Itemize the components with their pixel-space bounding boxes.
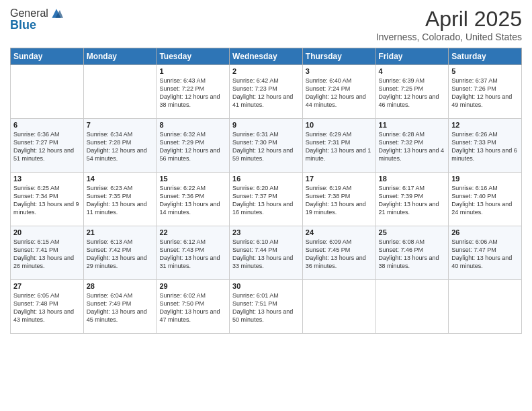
- subtitle: Inverness, Colorado, United States: [376, 32, 522, 42]
- day-info: Sunrise: 6:02 AM Sunset: 7:50 PM Dayligh…: [159, 291, 226, 324]
- calendar-cell: 4Sunrise: 6:39 AM Sunset: 7:25 PM Daylig…: [375, 65, 449, 119]
- day-number: 17: [306, 175, 373, 183]
- calendar-cell: 2Sunrise: 6:42 AM Sunset: 7:23 PM Daylig…: [230, 65, 303, 119]
- day-info: Sunrise: 6:20 AM Sunset: 7:37 PM Dayligh…: [232, 184, 300, 217]
- calendar-cell: [302, 280, 375, 334]
- day-info: Sunrise: 6:34 AM Sunset: 7:28 PM Dayligh…: [87, 130, 154, 163]
- day-info: Sunrise: 6:37 AM Sunset: 7:26 PM Dayligh…: [451, 77, 519, 109]
- day-header-sunday: Sunday: [11, 48, 84, 65]
- calendar-cell: 19Sunrise: 6:16 AM Sunset: 7:40 PM Dayli…: [449, 173, 522, 226]
- calendar-cell: 13Sunrise: 6:25 AM Sunset: 7:34 PM Dayli…: [11, 173, 84, 226]
- calendar-cell: 9Sunrise: 6:31 AM Sunset: 7:30 PM Daylig…: [230, 119, 303, 173]
- day-number: 30: [232, 282, 300, 290]
- calendar-cell: 3Sunrise: 6:40 AM Sunset: 7:24 PM Daylig…: [302, 65, 375, 119]
- day-info: Sunrise: 6:12 AM Sunset: 7:43 PM Dayligh…: [159, 238, 226, 271]
- calendar-cell: [11, 65, 84, 119]
- day-number: 6: [13, 121, 81, 129]
- calendar-cell: 22Sunrise: 6:12 AM Sunset: 7:43 PM Dayli…: [157, 226, 230, 280]
- day-info: Sunrise: 6:43 AM Sunset: 7:22 PM Dayligh…: [159, 77, 226, 109]
- calendar-cell: 16Sunrise: 6:20 AM Sunset: 7:37 PM Dayli…: [230, 173, 303, 226]
- day-headers-row: SundayMondayTuesdayWednesdayThursdayFrid…: [11, 48, 522, 65]
- day-info: Sunrise: 6:31 AM Sunset: 7:30 PM Dayligh…: [232, 130, 300, 163]
- day-info: Sunrise: 6:19 AM Sunset: 7:38 PM Dayligh…: [306, 184, 373, 217]
- day-header-wednesday: Wednesday: [230, 48, 303, 65]
- day-number: 10: [306, 121, 373, 129]
- title-block: April 2025 Inverness, Colorado, United S…: [376, 7, 522, 42]
- day-info: Sunrise: 6:16 AM Sunset: 7:40 PM Dayligh…: [451, 184, 519, 217]
- calendar-cell: 21Sunrise: 6:13 AM Sunset: 7:42 PM Dayli…: [83, 226, 157, 280]
- page: General Blue April 2025 Inverness, Color…: [0, 0, 532, 411]
- day-number: 4: [379, 67, 446, 75]
- day-number: 26: [451, 228, 519, 236]
- day-number: 3: [306, 67, 373, 75]
- day-number: 23: [232, 228, 300, 236]
- day-number: 11: [379, 121, 446, 129]
- day-number: 16: [232, 175, 300, 183]
- calendar-cell: 14Sunrise: 6:23 AM Sunset: 7:35 PM Dayli…: [83, 173, 157, 226]
- day-number: 28: [87, 282, 154, 290]
- day-number: 19: [451, 175, 519, 183]
- day-number: 2: [232, 67, 300, 75]
- day-number: 12: [451, 121, 519, 129]
- logo-blue-text: Blue: [10, 18, 63, 32]
- calendar-cell: 17Sunrise: 6:19 AM Sunset: 7:38 PM Dayli…: [302, 173, 375, 226]
- day-number: 27: [13, 282, 81, 290]
- day-header-monday: Monday: [83, 48, 157, 65]
- calendar: SundayMondayTuesdayWednesdayThursdayFrid…: [10, 48, 522, 334]
- calendar-cell: [375, 280, 449, 334]
- day-info: Sunrise: 6:09 AM Sunset: 7:45 PM Dayligh…: [306, 238, 373, 271]
- day-number: 24: [306, 228, 373, 236]
- day-header-saturday: Saturday: [449, 48, 522, 65]
- calendar-week-5: 27Sunrise: 6:05 AM Sunset: 7:48 PM Dayli…: [11, 280, 522, 334]
- calendar-week-1: 1Sunrise: 6:43 AM Sunset: 7:22 PM Daylig…: [11, 65, 522, 119]
- calendar-header: SundayMondayTuesdayWednesdayThursdayFrid…: [11, 48, 522, 65]
- day-number: 14: [87, 175, 154, 183]
- day-info: Sunrise: 6:15 AM Sunset: 7:41 PM Dayligh…: [13, 238, 81, 271]
- day-number: 5: [451, 67, 519, 75]
- day-header-tuesday: Tuesday: [157, 48, 230, 65]
- calendar-cell: 18Sunrise: 6:17 AM Sunset: 7:39 PM Dayli…: [375, 173, 449, 226]
- day-info: Sunrise: 6:32 AM Sunset: 7:29 PM Dayligh…: [159, 130, 226, 163]
- logo: General Blue: [10, 7, 63, 32]
- day-info: Sunrise: 6:42 AM Sunset: 7:23 PM Dayligh…: [232, 77, 300, 109]
- day-info: Sunrise: 6:36 AM Sunset: 7:27 PM Dayligh…: [13, 130, 81, 163]
- day-info: Sunrise: 6:17 AM Sunset: 7:39 PM Dayligh…: [379, 184, 446, 217]
- day-info: Sunrise: 6:01 AM Sunset: 7:51 PM Dayligh…: [232, 291, 300, 324]
- calendar-cell: 12Sunrise: 6:26 AM Sunset: 7:33 PM Dayli…: [449, 119, 522, 173]
- day-info: Sunrise: 6:25 AM Sunset: 7:34 PM Dayligh…: [13, 184, 81, 217]
- day-info: Sunrise: 6:26 AM Sunset: 7:33 PM Dayligh…: [451, 130, 519, 163]
- calendar-week-2: 6Sunrise: 6:36 AM Sunset: 7:27 PM Daylig…: [11, 119, 522, 173]
- day-number: 29: [159, 282, 226, 290]
- day-header-friday: Friday: [375, 48, 449, 65]
- day-number: 22: [159, 228, 226, 236]
- day-info: Sunrise: 6:13 AM Sunset: 7:42 PM Dayligh…: [87, 238, 154, 271]
- calendar-cell: 30Sunrise: 6:01 AM Sunset: 7:51 PM Dayli…: [230, 280, 303, 334]
- calendar-cell: 25Sunrise: 6:08 AM Sunset: 7:46 PM Dayli…: [375, 226, 449, 280]
- day-info: Sunrise: 6:23 AM Sunset: 7:35 PM Dayligh…: [87, 184, 154, 217]
- logo-icon: [50, 7, 63, 20]
- day-number: 20: [13, 228, 81, 236]
- day-info: Sunrise: 6:28 AM Sunset: 7:32 PM Dayligh…: [379, 130, 446, 163]
- month-title: April 2025: [376, 7, 522, 32]
- day-info: Sunrise: 6:22 AM Sunset: 7:36 PM Dayligh…: [159, 184, 226, 217]
- day-info: Sunrise: 6:08 AM Sunset: 7:46 PM Dayligh…: [379, 238, 446, 271]
- calendar-cell: 27Sunrise: 6:05 AM Sunset: 7:48 PM Dayli…: [11, 280, 84, 334]
- day-number: 9: [232, 121, 300, 129]
- day-number: 1: [159, 67, 226, 75]
- day-number: 8: [159, 121, 226, 129]
- calendar-cell: [83, 65, 157, 119]
- day-info: Sunrise: 6:39 AM Sunset: 7:25 PM Dayligh…: [379, 77, 446, 109]
- day-info: Sunrise: 6:29 AM Sunset: 7:31 PM Dayligh…: [306, 130, 373, 163]
- calendar-cell: 5Sunrise: 6:37 AM Sunset: 7:26 PM Daylig…: [449, 65, 522, 119]
- calendar-cell: 26Sunrise: 6:06 AM Sunset: 7:47 PM Dayli…: [449, 226, 522, 280]
- calendar-cell: 7Sunrise: 6:34 AM Sunset: 7:28 PM Daylig…: [83, 119, 157, 173]
- calendar-cell: 24Sunrise: 6:09 AM Sunset: 7:45 PM Dayli…: [302, 226, 375, 280]
- calendar-cell: 15Sunrise: 6:22 AM Sunset: 7:36 PM Dayli…: [157, 173, 230, 226]
- day-number: 15: [159, 175, 226, 183]
- calendar-cell: 23Sunrise: 6:10 AM Sunset: 7:44 PM Dayli…: [230, 226, 303, 280]
- calendar-week-3: 13Sunrise: 6:25 AM Sunset: 7:34 PM Dayli…: [11, 173, 522, 226]
- calendar-body: 1Sunrise: 6:43 AM Sunset: 7:22 PM Daylig…: [11, 65, 522, 334]
- calendar-cell: 11Sunrise: 6:28 AM Sunset: 7:32 PM Dayli…: [375, 119, 449, 173]
- day-header-thursday: Thursday: [302, 48, 375, 65]
- day-info: Sunrise: 6:10 AM Sunset: 7:44 PM Dayligh…: [232, 238, 300, 271]
